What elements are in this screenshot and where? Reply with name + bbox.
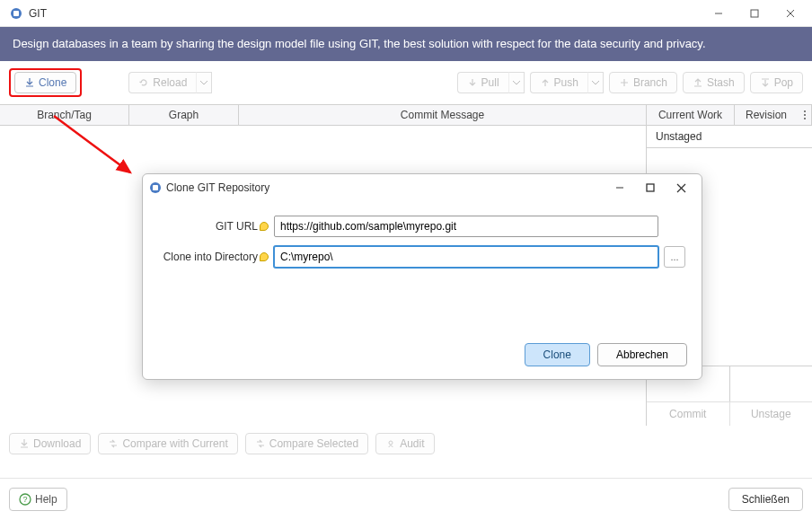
dialog-app-icon: [148, 181, 163, 195]
download-label: Download: [33, 437, 81, 450]
dialog-body: GIT URL Clone into Directory ...: [143, 201, 702, 291]
commit-button[interactable]: Commit: [647, 402, 730, 426]
directory-row: Clone into Directory ...: [159, 246, 685, 268]
col-more-icon[interactable]: [798, 105, 812, 125]
push-split-button: Push: [530, 72, 604, 93]
main-toolbar: Clone Reload Pull Push Branch Stash Pop: [0, 61, 812, 104]
directory-input[interactable]: [274, 246, 658, 268]
unstage-button[interactable]: Unstage: [730, 402, 813, 426]
col-commit-message[interactable]: Commit Message: [239, 105, 647, 125]
browse-button[interactable]: ...: [664, 246, 685, 268]
dialog-title: Clone GIT Repository: [163, 181, 605, 194]
push-icon: [540, 77, 551, 88]
col-branch[interactable]: Branch/Tag: [0, 105, 129, 125]
dialog-titlebar: Clone GIT Repository: [143, 174, 702, 201]
svg-point-6: [804, 110, 806, 112]
download-button[interactable]: Download: [9, 433, 91, 454]
stash-button[interactable]: Stash: [683, 72, 745, 93]
svg-rect-1: [13, 11, 19, 16]
compare-selected-label: Compare Selected: [269, 437, 358, 450]
download-icon: [19, 438, 30, 449]
clone-highlight-annotation: Clone: [9, 68, 82, 97]
pull-dropdown[interactable]: [508, 72, 525, 93]
directory-label: Clone into Directory: [159, 251, 274, 263]
svg-text:?: ?: [22, 495, 27, 504]
pull-label: Pull: [481, 76, 499, 89]
clone-dialog: Clone GIT Repository GIT URL Clone into …: [142, 173, 702, 380]
pull-button[interactable]: Pull: [457, 72, 508, 93]
branch-button[interactable]: Branch: [609, 72, 677, 93]
info-banner: Design databases in a team by sharing th…: [0, 27, 812, 61]
pop-label: Pop: [774, 76, 793, 89]
reload-button[interactable]: Reload: [128, 72, 196, 93]
git-url-input[interactable]: [274, 216, 658, 237]
reload-split-button: Reload: [128, 72, 212, 93]
reload-icon: [138, 77, 149, 88]
audit-icon: [385, 438, 396, 449]
maximize-button[interactable]: [737, 0, 772, 27]
unstaged-header[interactable]: Unstaged: [647, 126, 812, 148]
download-icon: [24, 77, 35, 88]
hint-icon: [260, 222, 269, 231]
branch-label: Branch: [633, 76, 667, 89]
svg-point-7: [804, 114, 806, 116]
compare-current-label: Compare with Current: [122, 437, 227, 450]
help-button[interactable]: ? Help: [9, 488, 67, 511]
dialog-maximize-button[interactable]: [635, 175, 666, 200]
stash-icon: [693, 77, 703, 88]
compare-selected-button[interactable]: Compare Selected: [245, 433, 368, 454]
svg-rect-13: [153, 185, 158, 190]
compare-icon: [255, 438, 266, 449]
dialog-cancel-button[interactable]: Abbrechen: [597, 343, 687, 366]
pop-button[interactable]: Pop: [750, 72, 803, 93]
pull-split-button: Pull: [457, 72, 525, 93]
dialog-clone-button[interactable]: Clone: [525, 343, 590, 366]
plus-icon: [619, 77, 630, 88]
window-title: GIT: [29, 7, 701, 20]
audit-button[interactable]: Audit: [375, 433, 434, 454]
dialog-close-button[interactable]: [666, 175, 696, 200]
compare-icon: [108, 438, 119, 449]
minimize-button[interactable]: [701, 0, 737, 27]
col-revision[interactable]: Revision: [735, 105, 798, 125]
push-label: Push: [554, 76, 578, 89]
app-icon: [9, 6, 23, 21]
pull-icon: [467, 77, 478, 88]
col-current-work[interactable]: Current Work: [647, 105, 735, 125]
col-graph[interactable]: Graph: [129, 105, 239, 125]
clone-label: Clone: [39, 76, 66, 89]
dialog-footer: Clone Abbrechen: [143, 334, 702, 379]
pop-icon: [760, 77, 771, 88]
svg-rect-3: [751, 10, 758, 17]
stage-buttons: Commit Unstage: [647, 401, 812, 426]
compare-current-button[interactable]: Compare with Current: [98, 433, 237, 454]
footer: ? Help Schließen: [0, 478, 812, 520]
git-url-label: GIT URL: [159, 220, 274, 233]
stash-label: Stash: [707, 76, 735, 89]
help-icon: ?: [19, 493, 31, 506]
audit-label: Audit: [400, 437, 424, 450]
svg-rect-15: [647, 184, 654, 191]
help-label: Help: [35, 493, 57, 506]
push-button[interactable]: Push: [530, 72, 587, 93]
svg-point-9: [389, 441, 393, 445]
svg-point-8: [804, 118, 806, 119]
dialog-minimize-button[interactable]: [605, 175, 635, 200]
git-url-row: GIT URL: [159, 216, 685, 237]
hint-icon: [260, 252, 269, 261]
close-main-button[interactable]: Schließen: [728, 488, 803, 511]
push-dropdown[interactable]: [587, 72, 604, 93]
bottom-toolbar: Download Compare with Current Compare Se…: [0, 426, 812, 462]
reload-label: Reload: [153, 76, 187, 89]
clone-button[interactable]: Clone: [14, 72, 76, 93]
window-titlebar: GIT: [0, 0, 812, 27]
column-headers: Branch/Tag Graph Commit Message Current …: [0, 104, 812, 126]
reload-dropdown[interactable]: [196, 72, 212, 93]
close-button[interactable]: [772, 0, 808, 27]
